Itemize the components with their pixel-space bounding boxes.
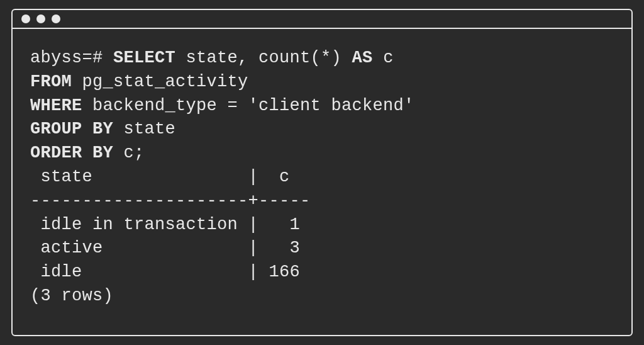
terminal-window: abyss=# SELECT state, count(*) AS c FROM… (11, 9, 633, 336)
result-row: active | 3 (30, 239, 300, 257)
sql-keyword-groupby: GROUP BY (30, 120, 113, 139)
result-header: state | c (30, 167, 290, 186)
prompt: abyss=# (30, 48, 113, 67)
terminal-content[interactable]: abyss=# SELECT state, count(*) AS c FROM… (13, 29, 631, 326)
sql-keyword-as: AS (352, 48, 373, 67)
sql-text: c (373, 48, 394, 67)
sql-text: c; (113, 144, 145, 162)
sql-keyword-from: FROM (30, 72, 72, 91)
window-control-dot[interactable] (21, 14, 30, 23)
sql-keyword-where: WHERE (30, 96, 82, 115)
result-row: idle | 166 (30, 263, 300, 281)
window-control-dot[interactable] (36, 14, 45, 23)
result-row: idle in transaction | 1 (30, 215, 300, 234)
result-footer: (3 rows) (30, 286, 113, 305)
window-titlebar (13, 10, 631, 29)
sql-text: state (113, 120, 175, 139)
sql-text: backend_type = 'client backend' (82, 96, 414, 115)
sql-text: state, count(*) (175, 48, 352, 67)
sql-keyword-select: SELECT (113, 48, 175, 67)
window-control-dot[interactable] (52, 14, 60, 23)
sql-keyword-orderby: ORDER BY (30, 144, 113, 162)
result-divider: ---------------------+----- (30, 191, 311, 210)
sql-text: pg_stat_activity (72, 72, 248, 91)
